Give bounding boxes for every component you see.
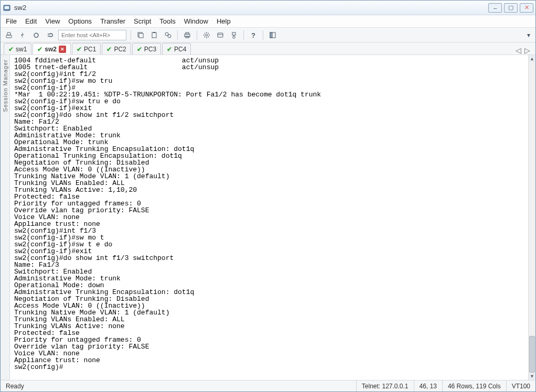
vertical-scrollbar[interactable]: ▲ ▼	[528, 55, 535, 380]
svg-rect-7	[153, 32, 155, 33]
tab-nav: ◁ ▷	[516, 46, 532, 55]
keymap-icon[interactable]	[229, 30, 239, 40]
separator	[177, 30, 178, 40]
copy-icon[interactable]	[135, 30, 146, 40]
titlebar: sw2 – ▢ ✕	[1, 1, 535, 15]
svg-text:?: ?	[251, 31, 255, 39]
minimize-button[interactable]: –	[488, 3, 502, 13]
find-icon[interactable]	[163, 30, 173, 40]
check-icon: ✔	[77, 46, 82, 53]
tab-label: sw1	[16, 46, 27, 53]
window-title: sw2	[14, 4, 488, 12]
menu-transfer[interactable]: Transfer	[100, 17, 125, 25]
scroll-up-icon[interactable]: ▲	[529, 55, 535, 62]
settings-icon[interactable]	[201, 30, 212, 40]
separator	[131, 30, 131, 40]
main-area: Session Manager 1004 fddinet-default act…	[1, 55, 535, 380]
tab-label: sw2	[45, 46, 57, 53]
svg-rect-6	[152, 32, 156, 38]
terminal-wrap: 1004 fddinet-default act/unsup 1005 trne…	[10, 55, 535, 380]
check-icon: ✔	[8, 46, 14, 53]
tab-label: PC1	[84, 46, 96, 53]
status-term-type: VT100	[507, 380, 535, 391]
scroll-track[interactable]	[529, 62, 535, 373]
scroll-down-icon[interactable]: ▼	[529, 373, 535, 380]
profile-icon[interactable]	[4, 30, 14, 40]
tab-sw1[interactable]: ✔sw1	[4, 43, 31, 55]
tab-label: PC2	[114, 46, 126, 53]
check-icon: ✔	[106, 46, 112, 53]
menu-help[interactable]: Help	[217, 17, 231, 25]
status-cursor-pos: 46, 13	[414, 380, 443, 391]
session-manager-sidebar[interactable]: Session Manager	[1, 55, 10, 380]
toolbar-overflow-icon[interactable]: ▾	[525, 30, 532, 40]
menu-edit[interactable]: Edit	[25, 17, 37, 25]
window-controls: – ▢ ✕	[488, 3, 533, 13]
svg-point-25	[233, 36, 235, 38]
app-window: sw2 – ▢ ✕ File Edit View Options Transfe…	[0, 0, 536, 392]
svg-point-13	[206, 34, 208, 36]
menu-view[interactable]: View	[45, 17, 60, 25]
tab-pc2[interactable]: ✔PC2	[102, 43, 131, 55]
svg-rect-29	[270, 32, 272, 38]
close-button[interactable]: ✕	[520, 3, 533, 13]
status-dimensions: 46 Rows, 119 Cols	[443, 380, 507, 391]
tab-label: PC4	[174, 46, 186, 53]
menu-window[interactable]: Window	[184, 17, 208, 25]
sidebar-label: Session Manager	[2, 59, 8, 112]
svg-rect-22	[218, 33, 223, 37]
terminal-output[interactable]: 1004 fddinet-default act/unsup 1005 trne…	[10, 55, 528, 380]
status-ready: Ready	[1, 380, 357, 391]
svg-rect-24	[232, 32, 235, 35]
menubar: File Edit View Options Transfer Script T…	[1, 15, 535, 28]
host-input[interactable]	[58, 30, 126, 40]
maximize-button[interactable]: ▢	[504, 3, 518, 13]
svg-line-19	[208, 36, 209, 37]
svg-line-21	[208, 33, 209, 34]
svg-rect-11	[186, 32, 189, 34]
tab-label: PC3	[144, 46, 156, 53]
menu-tools[interactable]: Tools	[159, 17, 175, 25]
menu-script[interactable]: Script	[134, 17, 151, 25]
tab-prev-icon[interactable]: ◁	[516, 46, 521, 55]
toolbar: ? ▾	[1, 28, 535, 42]
separator	[263, 30, 263, 40]
separator	[197, 30, 197, 40]
statusbar: Ready Telnet: 127.0.0.1 46, 13 46 Rows, …	[1, 380, 535, 391]
tab-close-icon[interactable]: ✕	[59, 46, 66, 53]
tab-next-icon[interactable]: ▷	[524, 46, 530, 55]
check-icon: ✔	[37, 46, 42, 53]
menu-file[interactable]: File	[6, 17, 17, 25]
svg-rect-5	[139, 34, 143, 38]
toggle-pane-icon[interactable]	[267, 30, 278, 40]
tab-pc4[interactable]: ✔PC4	[162, 43, 191, 55]
separator	[243, 30, 244, 40]
reconnect-icon[interactable]	[31, 30, 41, 40]
session-options-icon[interactable]	[215, 30, 226, 40]
svg-rect-1	[5, 6, 9, 9]
menu-options[interactable]: Options	[68, 17, 92, 25]
tab-pc3[interactable]: ✔PC3	[132, 43, 161, 55]
tab-sw2[interactable]: ✔sw2✕	[33, 43, 71, 55]
check-icon: ✔	[167, 46, 172, 53]
tab-pc1[interactable]: ✔PC1	[72, 43, 101, 55]
svg-line-20	[205, 36, 205, 37]
disconnect-icon[interactable]	[45, 30, 55, 40]
app-icon	[3, 4, 11, 12]
svg-line-18	[205, 33, 205, 34]
svg-rect-3	[7, 32, 10, 35]
status-connection: Telnet: 127.0.0.1	[357, 380, 414, 391]
help-icon[interactable]: ?	[248, 30, 259, 40]
quick-connect-icon[interactable]	[17, 30, 28, 40]
scroll-thumb[interactable]	[529, 336, 535, 373]
paste-icon[interactable]	[149, 30, 159, 40]
check-icon: ✔	[137, 46, 142, 53]
svg-point-9	[168, 35, 171, 38]
tabbar: ✔sw1 ✔sw2✕ ✔PC1 ✔PC2 ✔PC3 ✔PC4 ◁ ▷	[1, 42, 535, 55]
print-icon[interactable]	[182, 30, 192, 40]
svg-rect-2	[6, 35, 12, 38]
